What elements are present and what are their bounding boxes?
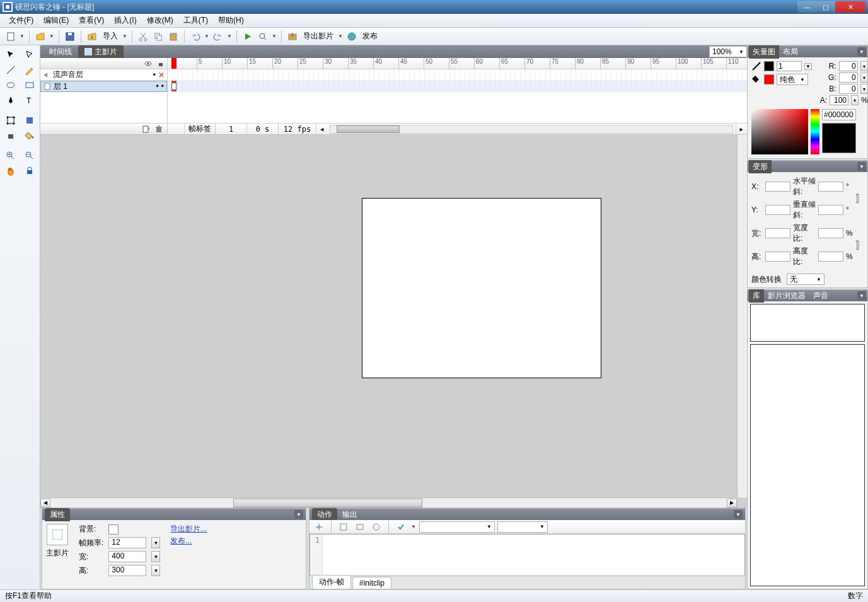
- panel-menu[interactable]: ▼: [857, 291, 866, 300]
- hue-slider[interactable]: [811, 109, 819, 154]
- preview-dropdown[interactable]: ▼: [271, 30, 277, 43]
- tab-library[interactable]: 库: [749, 289, 764, 303]
- stroke-width[interactable]: 1: [777, 61, 802, 71]
- hskew-input[interactable]: [818, 182, 843, 192]
- color-gradient[interactable]: [751, 109, 808, 154]
- fill-icon[interactable]: [751, 74, 761, 84]
- wratio-input[interactable]: [818, 228, 843, 238]
- actions-select-1[interactable]: ▼: [419, 521, 495, 533]
- import-button[interactable]: [85, 30, 99, 43]
- panel-menu[interactable]: ▼: [857, 47, 866, 56]
- stroke-icon[interactable]: [751, 61, 761, 71]
- frame-ruler[interactable]: 5101520253035404550556065707580859095100…: [168, 58, 747, 69]
- tab-sound[interactable]: 声音: [809, 289, 832, 303]
- blank-keyframe[interactable]: [171, 83, 176, 90]
- free-transform-tool[interactable]: [3, 113, 19, 127]
- delete-layer-icon[interactable]: [154, 125, 163, 134]
- stage[interactable]: [362, 198, 601, 378]
- panel-menu[interactable]: ▼: [294, 510, 303, 519]
- stroke-swatch[interactable]: [764, 61, 774, 71]
- width-dd[interactable]: ▼: [151, 551, 160, 562]
- subselection-tool[interactable]: [21, 48, 38, 62]
- paint-bucket-tool[interactable]: [21, 129, 38, 142]
- playhead[interactable]: [171, 58, 176, 69]
- tab-vector[interactable]: 矢量图: [749, 45, 779, 59]
- export-icon[interactable]: [286, 30, 299, 43]
- vskew-input[interactable]: [818, 205, 843, 215]
- hratio-input[interactable]: [818, 252, 843, 262]
- code-editor[interactable]: 1: [310, 534, 745, 576]
- ink-bottle-tool[interactable]: [3, 129, 19, 142]
- zoom-select[interactable]: 100%▼: [709, 46, 747, 57]
- tab-properties[interactable]: 属性: [45, 508, 70, 521]
- add-action-button[interactable]: [312, 520, 326, 534]
- replace-button[interactable]: [353, 520, 367, 534]
- x-input[interactable]: [765, 182, 790, 192]
- pencil-tool[interactable]: [21, 63, 38, 77]
- fill-swatch[interactable]: [764, 74, 774, 84]
- minimize-button[interactable]: —: [797, 1, 816, 13]
- export-dropdown[interactable]: ▼: [337, 30, 344, 43]
- tab-actions[interactable]: 动作: [312, 508, 337, 521]
- redo-button[interactable]: [211, 30, 225, 43]
- redo-dropdown[interactable]: ▼: [226, 30, 233, 43]
- export-label[interactable]: 导出影片: [301, 31, 336, 42]
- canvas-area[interactable]: ◀ ▶: [40, 135, 747, 507]
- y-input[interactable]: [765, 205, 790, 215]
- line-tool[interactable]: [3, 63, 19, 77]
- new-button[interactable]: [4, 30, 18, 43]
- rectangle-tool[interactable]: [21, 78, 38, 92]
- library-list[interactable]: [750, 344, 865, 586]
- publish-icon[interactable]: [345, 30, 359, 43]
- new-dropdown[interactable]: ▼: [19, 30, 25, 43]
- insert-target-button[interactable]: [369, 520, 383, 534]
- text-tool[interactable]: T: [21, 93, 38, 107]
- check-syntax-button[interactable]: [394, 520, 408, 534]
- layer-sound[interactable]: 流声音层 • ✕: [40, 69, 167, 81]
- b-input[interactable]: 0: [839, 84, 858, 94]
- actions-select-2[interactable]: ▼: [497, 521, 548, 533]
- import-label[interactable]: 导入: [100, 31, 120, 42]
- undo-dropdown[interactable]: ▼: [204, 30, 210, 43]
- width-input[interactable]: 400: [108, 551, 146, 562]
- open-button[interactable]: [33, 30, 47, 43]
- a-input[interactable]: 100: [830, 95, 848, 105]
- framerate-dd[interactable]: ▼: [151, 537, 160, 548]
- selection-tool[interactable]: [3, 48, 19, 62]
- hand-tool[interactable]: [3, 164, 19, 178]
- hex-input[interactable]: #000000: [822, 109, 856, 120]
- tab-transform[interactable]: 变形: [749, 160, 772, 173]
- tab-output[interactable]: 输出: [337, 508, 362, 521]
- save-button[interactable]: [63, 30, 77, 43]
- publish-label[interactable]: 发布: [360, 31, 380, 42]
- lock-icon[interactable]: [157, 60, 165, 67]
- menu-help[interactable]: 帮助(H): [213, 14, 249, 27]
- undo-button[interactable]: [188, 30, 202, 43]
- subtab-frame[interactable]: 动作-帧: [312, 575, 351, 589]
- panel-menu[interactable]: ▼: [857, 162, 866, 171]
- menu-edit[interactable]: 编辑(E): [38, 14, 74, 27]
- menu-file[interactable]: 文件(F): [4, 14, 38, 27]
- eye-icon[interactable]: [144, 60, 152, 67]
- frame-row-1[interactable]: [168, 81, 747, 92]
- w-input[interactable]: [765, 228, 790, 238]
- color-xform-select[interactable]: 无▼: [787, 274, 825, 285]
- copy-button[interactable]: [151, 30, 165, 43]
- play-button[interactable]: [241, 30, 255, 43]
- g-input[interactable]: 0: [839, 72, 858, 83]
- frame-row-sound[interactable]: [168, 69, 747, 81]
- zoom-out-tool[interactable]: [21, 149, 38, 163]
- bg-color-swatch[interactable]: [108, 524, 119, 535]
- zoom-in-tool[interactable]: [3, 149, 19, 163]
- menu-modify[interactable]: 修改(M): [142, 14, 178, 27]
- add-layer-icon[interactable]: [142, 125, 151, 134]
- pen-tool[interactable]: [3, 93, 19, 107]
- tab-timeline[interactable]: 时间线: [43, 45, 78, 59]
- lock-tool[interactable]: [21, 164, 38, 178]
- menu-insert[interactable]: 插入(I): [109, 14, 141, 27]
- export-link[interactable]: 导出影片...: [170, 524, 207, 535]
- oval-tool[interactable]: [3, 78, 19, 92]
- menu-tools[interactable]: 工具(T): [178, 14, 213, 27]
- panel-menu[interactable]: ▼: [734, 510, 743, 519]
- canvas-hscroll[interactable]: ◀ ▶: [40, 497, 737, 507]
